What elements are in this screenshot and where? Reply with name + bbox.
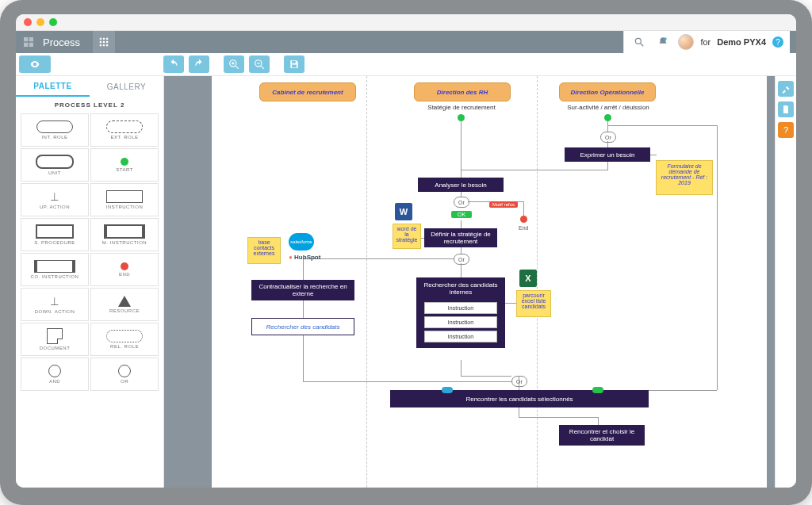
svg-rect-11 [292, 65, 297, 68]
palette-item-unit[interactable]: UNIT [21, 148, 89, 182]
palette-item-up-action[interactable]: ⟂UP. ACTION [21, 183, 89, 216]
diagram-canvas[interactable]: Cabinet de recrutement Direction des RH … [212, 76, 767, 488]
zoom-in-button[interactable] [224, 55, 244, 73]
ok-label[interactable]: OK [451, 211, 472, 218]
palette-item-resource[interactable]: RESOURCE [90, 288, 159, 321]
close-window-icon[interactable] [24, 18, 32, 26]
connector [461, 170, 462, 178]
connector [461, 170, 608, 170]
palette-item-end[interactable]: END [90, 253, 159, 286]
lane-header-3[interactable]: Direction Opérationnelle [559, 82, 656, 101]
undo-button[interactable] [163, 55, 184, 73]
palette-item-rel-role[interactable]: REL. ROLE [90, 323, 159, 356]
save-button[interactable] [284, 55, 304, 73]
or-gateway-top[interactable]: Or [600, 132, 616, 143]
node-rechercher-internes[interactable]: Rechercher des candidats internes Instru… [416, 277, 505, 348]
palette-item-co-instruction[interactable]: CO. INSTRUCTION [21, 253, 89, 286]
svg-point-0 [636, 38, 642, 44]
palette-heading: PROCESS LEVEL 2 [16, 97, 163, 113]
connector [421, 238, 424, 239]
excel-icon[interactable]: X [519, 270, 537, 287]
connector [607, 162, 608, 170]
view-toggle-button[interactable] [19, 55, 51, 73]
node-rencontrer-selectionnes[interactable]: Rencontrer les candidats sélectionnés [390, 390, 649, 407]
canvas-area[interactable]: Cabinet de recrutement Direction des RH … [164, 76, 775, 488]
node-rencontrer-choisir[interactable]: Rencontrer et choisir le candidat [559, 425, 645, 446]
lane-header-1[interactable]: Cabinet de recrutement [259, 82, 356, 101]
node-exprimer-besoin[interactable]: Exprimer un besoin [565, 147, 650, 162]
palette-item-int-role[interactable]: INT. ROLE [21, 113, 89, 147]
palette-item-instruction[interactable]: INSTRUCTION [90, 183, 159, 216]
sticky-excel-list[interactable]: parcourir excel liste candidats [516, 290, 551, 317]
or-gateway-bottom[interactable]: Or [511, 376, 527, 387]
redo-button[interactable] [189, 55, 209, 73]
start-dot-1[interactable] [458, 114, 465, 121]
tab-palette[interactable]: PALETTE [16, 76, 90, 97]
screen: Process for Demo PYX4 ? [16, 14, 796, 488]
palette-item-ext-role[interactable]: EXT. ROLE [90, 113, 159, 147]
connector [607, 141, 608, 147]
right-rail-help-button[interactable]: ? [778, 122, 794, 138]
connector [461, 247, 462, 254]
word-icon[interactable]: W [395, 203, 412, 220]
window-titlebar [16, 14, 796, 31]
palette-item-m-instruction[interactable]: M. INSTRUCTION [90, 218, 159, 251]
svg-line-8 [261, 66, 264, 69]
avatar[interactable] [678, 34, 694, 50]
start-label-2: Sur-activité / arrêt / déuission [553, 104, 664, 111]
notifications-button[interactable] [654, 33, 672, 51]
or-gateway-analyser[interactable]: Or [454, 197, 469, 208]
start-dot-2[interactable] [604, 114, 611, 121]
maximize-window-icon[interactable] [49, 18, 57, 26]
node-rechercher-candidats[interactable]: Rechercher des candidats [251, 318, 354, 335]
workspace: PALETTE GALLERY PROCESS LEVEL 2 INT. ROL… [16, 76, 796, 488]
sticky-word-strategy[interactable]: word de la stratégie [393, 224, 421, 249]
zoom-out-icon [254, 59, 265, 70]
user-name: Demo PYX4 [717, 37, 766, 47]
lane-divider [366, 76, 367, 488]
instruction-row[interactable]: Instruction [424, 302, 497, 314]
tab-gallery[interactable]: GALLERY [90, 76, 163, 97]
zoom-out-button[interactable] [249, 55, 270, 73]
connector [461, 360, 462, 376]
minimize-window-icon[interactable] [36, 18, 44, 26]
left-panel: PALETTE GALLERY PROCESS LEVEL 2 INT. ROL… [16, 76, 164, 488]
help-button[interactable]: ? [772, 36, 783, 48]
device-frame: Process for Demo PYX4 ? [0, 0, 812, 505]
sticky-formulaire[interactable]: Formulaire de demande de recrutement - R… [656, 160, 713, 195]
palette-item-document[interactable]: DOCUMENT [21, 323, 89, 356]
search-button[interactable] [630, 33, 648, 51]
node-port-blue[interactable] [442, 387, 453, 393]
right-rail-doc-button[interactable] [778, 101, 794, 117]
palette-item-and[interactable]: AND [21, 358, 89, 391]
node-port-green[interactable] [592, 387, 603, 393]
palette-item-start[interactable]: START [90, 148, 159, 182]
apps-menu-button[interactable] [93, 31, 115, 53]
app-logo-icon [22, 36, 35, 48]
user-area: for Demo PYX4 ? [623, 31, 790, 53]
connector [523, 201, 524, 216]
end-dot[interactable] [520, 216, 527, 223]
sticky-base-contacts[interactable]: base contacts externes [247, 237, 281, 264]
instruction-row[interactable]: Instruction [424, 316, 497, 328]
lane-divider [537, 76, 538, 488]
lane-header-2[interactable]: Direction des RH [414, 82, 511, 101]
end-label: End [519, 225, 528, 231]
right-rail-tools-button[interactable] [778, 81, 794, 97]
node-rechercher-internes-header: Rechercher des candidats internes [416, 277, 505, 300]
instruction-row[interactable]: Instruction [424, 331, 497, 342]
palette-item-or[interactable]: OR [90, 358, 159, 391]
palette-item-down-action[interactable]: ⟂DOWN. ACTION [21, 288, 89, 321]
node-contractualiser[interactable]: Contractualiser la recherche en externe [251, 280, 354, 300]
or-gateway-definir[interactable]: Or [454, 254, 469, 265]
node-definir-strategie[interactable]: Définir la stratégie de recrutement [424, 228, 497, 247]
svg-line-1 [641, 44, 644, 47]
eye-icon [29, 59, 40, 70]
connector [303, 258, 454, 259]
motif-refus-tag[interactable]: Motif refus [489, 201, 518, 208]
node-analyser-besoin[interactable]: Analyser le besoin [418, 178, 504, 192]
palette-item-s-procedure[interactable]: S. PROCEDURE [21, 218, 89, 251]
salesforce-icon[interactable]: salesforce [289, 233, 314, 251]
connector [303, 258, 304, 280]
hubspot-label[interactable]: ● HubSpot [289, 254, 320, 261]
